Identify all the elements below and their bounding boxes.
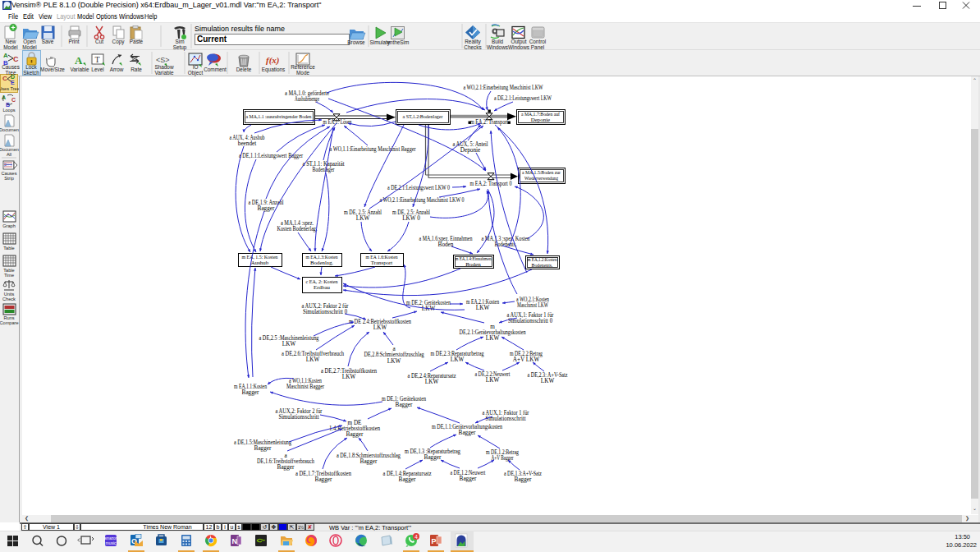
svg-text:a MA,1.5:Boden zur: a MA,1.5:Boden zur bbox=[522, 169, 561, 175]
svg-text:a ST,1.2:Bodenlager: a ST,1.2:Bodenlager bbox=[403, 113, 444, 119]
svg-text:Bagger: Bagger bbox=[258, 205, 275, 212]
svg-text:LKW: LKW bbox=[356, 215, 370, 222]
svg-text:Kosten Bodenerlag.: Kosten Bodenerlag. bbox=[277, 226, 318, 232]
svg-text:LKW: LKW bbox=[306, 356, 320, 363]
svg-text:Bodenlag.: Bodenlag. bbox=[310, 260, 333, 265]
svg-text:Maschinist Bagger: Maschinist Bagger bbox=[286, 384, 325, 390]
svg-text:a MA,1.1 :auszubringender Bode: a MA,1.1 :auszubringender Boden bbox=[246, 113, 312, 119]
svg-text:Bagger: Bagger bbox=[360, 458, 378, 465]
svg-text:Bagger: Bagger bbox=[459, 430, 476, 436]
svg-text:Boden: Boden bbox=[438, 242, 454, 248]
svg-text:Bodenents.: Bodenents. bbox=[532, 262, 553, 269]
svg-text:m EA,1.3:Kosten: m EA,1.3:Kosten bbox=[306, 254, 338, 260]
svg-text:Maschinist LKW: Maschinist LKW bbox=[517, 302, 548, 309]
svg-text:LKW: LKW bbox=[282, 341, 296, 347]
svg-text:LKW 0: LKW 0 bbox=[402, 215, 420, 222]
svg-text:a DE,2.1:Leistungswert LKW: a DE,2.1:Leistungswert LKW bbox=[494, 95, 552, 102]
svg-text:LKW: LKW bbox=[476, 305, 490, 311]
svg-text:Transport: Transport bbox=[371, 260, 393, 265]
svg-text:Bagger: Bagger bbox=[424, 454, 442, 461]
svg-text:LKW: LKW bbox=[387, 358, 401, 365]
svg-text:Bagger: Bagger bbox=[515, 476, 532, 483]
svg-text:Bagger: Bagger bbox=[396, 402, 413, 408]
svg-text:m EA,1: Lösen: m EA,1: Lösen bbox=[323, 119, 352, 126]
svg-text:beendet: beendet bbox=[238, 140, 256, 147]
svg-text:A+V LKW: A+V LKW bbox=[513, 356, 540, 363]
svg-text:Bagger: Bagger bbox=[315, 476, 332, 483]
svg-text:m EA 1.6:Kosten: m EA 1.6:Kosten bbox=[366, 254, 398, 260]
svg-text:LKW: LKW bbox=[486, 377, 500, 384]
svg-text:Simulationsschritt 0: Simulationsschritt 0 bbox=[303, 309, 347, 315]
svg-text:Bagger: Bagger bbox=[460, 476, 477, 482]
svg-text:Wiederverwendung: Wiederverwendung bbox=[524, 175, 558, 181]
svg-text:LKW: LKW bbox=[425, 379, 439, 385]
svg-text:Aushub: Aushub bbox=[251, 260, 269, 265]
svg-text:Bodenlager: Bodenlager bbox=[313, 167, 335, 173]
svg-text:Aushubmenge: Aushubmenge bbox=[295, 96, 319, 103]
svg-text:Deponie: Deponie bbox=[531, 117, 550, 122]
svg-text:Bagger: Bagger bbox=[242, 389, 259, 396]
svg-text:LKW: LKW bbox=[541, 378, 555, 384]
svg-text:Bagger: Bagger bbox=[399, 476, 416, 483]
svg-text:LKW: LKW bbox=[373, 324, 387, 331]
svg-text:a MA,1.7:Boden auf: a MA,1.7:Boden auf bbox=[521, 111, 561, 117]
svg-text:Deponie: Deponie bbox=[460, 147, 480, 154]
svg-text:Bagger: Bagger bbox=[277, 464, 295, 471]
svg-text:LKW: LKW bbox=[451, 356, 465, 363]
svg-text:m EA,2: Transport 0: m EA,2: Transport 0 bbox=[470, 181, 512, 187]
svg-text:a WO,2.1:Einarbeitung Maschini: a WO,2.1:Einarbeitung Maschinist LKW bbox=[464, 85, 543, 91]
svg-text:LKW: LKW bbox=[486, 335, 500, 342]
svg-text:c EA, 2: Kosten: c EA, 2: Kosten bbox=[306, 278, 338, 284]
svg-text:Erdbau: Erdbau bbox=[314, 284, 330, 290]
svg-text:Boden: Boden bbox=[465, 261, 481, 268]
svg-text:Simulationsschritt: Simulationsschritt bbox=[279, 414, 319, 421]
svg-text:LKW: LKW bbox=[342, 374, 356, 380]
svg-text:Bagger: Bagger bbox=[346, 431, 364, 438]
svg-text:Bagger: Bagger bbox=[254, 445, 272, 452]
svg-text:a WO,2.1:Einarbeitung Maschini: a WO,2.1:Einarbeitung Maschinist LKW 0 bbox=[380, 197, 465, 204]
svg-text:m EA, 1.5: Kosten: m EA, 1.5: Kosten bbox=[242, 254, 278, 260]
svg-text:a WO,1.1:Einarbeitung Maschini: a WO,1.1:Einarbeitung Maschinist Bagger bbox=[330, 146, 417, 153]
